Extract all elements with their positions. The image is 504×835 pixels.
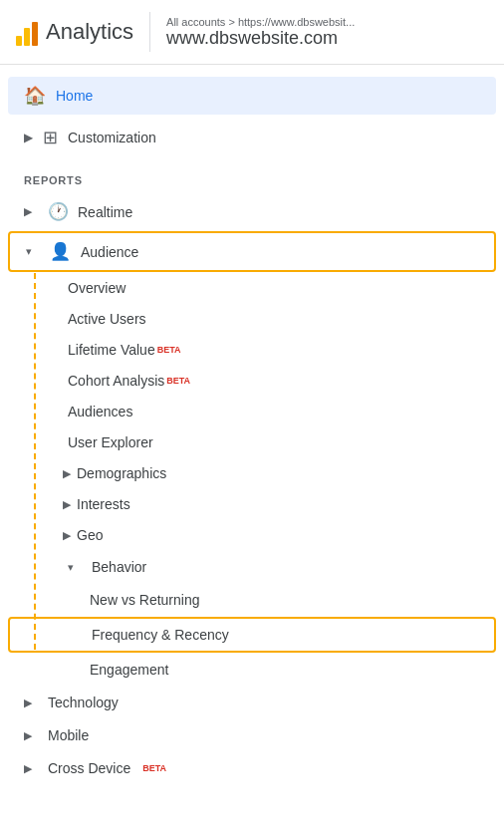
lifetime-value-label: Lifetime Value (68, 342, 155, 358)
sidebar-item-engagement[interactable]: Engagement (8, 654, 496, 686)
expand-icon: ▶ (63, 498, 71, 511)
behavior-sub-items: New vs Returning Frequency & Recency Eng… (0, 584, 504, 686)
cohort-analysis-label: Cohort Analysis (68, 373, 164, 389)
expand-icon: ▶ (63, 467, 71, 480)
expand-icon: ▶ (24, 762, 38, 775)
user-explorer-label: User Explorer (68, 434, 153, 450)
sidebar-item-demographics[interactable]: ▶ Demographics (8, 458, 496, 488)
geo-label: Geo (77, 527, 103, 543)
sidebar-item-cross-device[interactable]: ▶ Cross Device BETA (8, 752, 496, 784)
sidebar: 🏠 Home ▶ ⊞ Customization REPORTS ▶ 🕐 Rea… (0, 65, 504, 784)
sidebar-item-behavior[interactable]: ▾ Behavior (8, 551, 496, 583)
sidebar-item-lifetime-value[interactable]: Lifetime Value BETA (8, 335, 496, 365)
sidebar-item-new-vs-returning[interactable]: New vs Returning (8, 584, 496, 616)
sidebar-item-geo[interactable]: ▶ Geo (8, 520, 496, 550)
dashed-line (34, 273, 36, 650)
expand-icon: ▶ (24, 696, 38, 709)
sidebar-item-realtime[interactable]: ▶ 🕐 Realtime (8, 193, 496, 230)
cross-device-label: Cross Device (48, 760, 130, 776)
cohort-beta-badge: BETA (166, 376, 190, 386)
sidebar-item-home[interactable]: 🏠 Home (8, 77, 496, 115)
home-icon: 🏠 (24, 85, 46, 107)
site-info: All accounts > https://www.dbswebsit... … (166, 16, 355, 49)
realtime-label: Realtime (78, 204, 132, 220)
sidebar-item-cohort-analysis[interactable]: Cohort Analysis BETA (8, 366, 496, 396)
audience-section: ▾ 👤 Audience Overview Active Users Lifet… (0, 231, 504, 686)
new-vs-returning-label: New vs Returning (90, 592, 200, 608)
sidebar-item-mobile[interactable]: ▶ Mobile (8, 719, 496, 751)
analytics-logo-icon (16, 18, 38, 46)
app-title: Analytics (46, 19, 133, 45)
active-users-label: Active Users (68, 311, 146, 327)
expand-icon: ▶ (24, 131, 33, 144)
audience-icon: 👤 (50, 241, 71, 262)
sidebar-item-interests[interactable]: ▶ Interests (8, 489, 496, 519)
expand-icon: ▶ (63, 529, 71, 542)
sidebar-item-technology[interactable]: ▶ Technology (8, 687, 496, 718)
behavior-label: Behavior (92, 559, 146, 575)
sidebar-item-audiences[interactable]: Audiences (8, 397, 496, 426)
audience-sub-items: Overview Active Users Lifetime Value BET… (0, 273, 504, 686)
chevron-down-icon: ▾ (26, 245, 40, 258)
cross-device-beta-badge: BETA (142, 763, 166, 773)
expand-icon: ▶ (24, 729, 38, 742)
sidebar-item-freq-recency[interactable]: Frequency & Recency (8, 617, 496, 653)
freq-recency-label: Frequency & Recency (92, 627, 229, 643)
lifetime-beta-badge: BETA (157, 345, 181, 355)
sidebar-item-audience[interactable]: ▾ 👤 Audience (8, 231, 496, 272)
sidebar-item-active-users[interactable]: Active Users (8, 304, 496, 334)
customization-icon: ⊞ (43, 127, 58, 148)
clock-icon: 🕐 (48, 201, 68, 222)
mobile-label: Mobile (48, 727, 89, 743)
customization-label: Customization (68, 130, 156, 145)
audiences-label: Audiences (68, 404, 132, 419)
engagement-label: Engagement (90, 662, 168, 678)
sidebar-item-user-explorer[interactable]: User Explorer (8, 427, 496, 457)
technology-label: Technology (48, 695, 119, 710)
logo: Analytics (16, 18, 133, 46)
overview-label: Overview (68, 280, 126, 296)
sidebar-item-overview[interactable]: Overview (8, 273, 496, 303)
chevron-down-icon: ▾ (68, 561, 82, 574)
breadcrumb: All accounts > https://www.dbswebsit... (166, 16, 355, 28)
home-label: Home (56, 88, 93, 104)
sidebar-item-customization[interactable]: ▶ ⊞ Customization (8, 119, 496, 156)
audience-label: Audience (81, 244, 138, 260)
header: Analytics All accounts > https://www.dbs… (0, 0, 504, 65)
reports-section-label: REPORTS (0, 158, 504, 192)
expand-icon: ▶ (24, 205, 38, 218)
header-divider (149, 12, 150, 52)
interests-label: Interests (77, 496, 130, 512)
site-url: www.dbswebsite.com (166, 28, 355, 49)
demographics-label: Demographics (77, 465, 166, 481)
